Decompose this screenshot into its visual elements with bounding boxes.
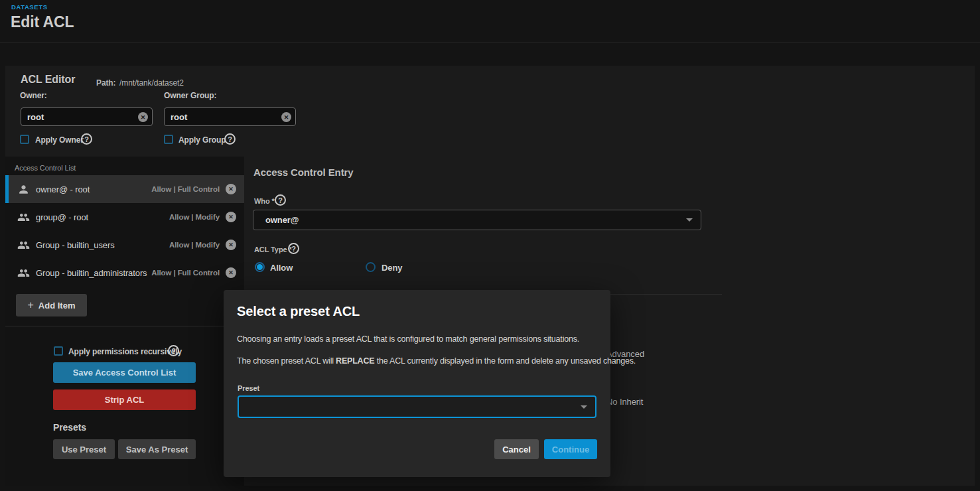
header-divider	[0, 42, 980, 43]
acl-type-help-icon[interactable]	[288, 243, 299, 254]
remove-entry-icon[interactable]	[226, 212, 236, 222]
recursive-checkbox[interactable]	[54, 346, 63, 356]
dialog-body-line2-prefix: The chosen preset ACL will	[237, 356, 336, 366]
recursive-help-icon[interactable]	[168, 345, 179, 356]
path-value: /mnt/tank/dataset2	[119, 78, 184, 88]
edit-acl-page: DATASETS Edit ACL ACL Editor Path: /mnt/…	[0, 0, 980, 491]
cancel-button[interactable]: Cancel	[494, 439, 539, 459]
flags-no-inherit-label: No Inherit	[606, 397, 643, 407]
owner-group-label: Owner Group:	[164, 91, 216, 100]
deny-radio[interactable]	[366, 262, 376, 272]
group-icon	[17, 239, 30, 251]
acl-row-who: owner@ - root	[36, 184, 151, 194]
owner-label: Owner:	[20, 91, 47, 100]
apply-owner-label: Apply Owner	[35, 135, 84, 145]
dialog-body-line2-bold: REPLACE	[336, 356, 374, 366]
group-icon	[17, 267, 30, 279]
acl-row-builtin-administrators[interactable]: Group - builtin_administrators Allow | F…	[5, 259, 244, 287]
allow-radio[interactable]	[255, 262, 265, 272]
chevron-down-icon	[581, 405, 587, 409]
panel-divider	[5, 326, 244, 326]
owner-input[interactable]	[21, 107, 153, 126]
owner-clear-icon[interactable]	[138, 112, 148, 122]
breadcrumb[interactable]: DATASETS	[11, 3, 48, 11]
apply-group-help-icon[interactable]	[224, 133, 236, 145]
preset-field-label: Preset	[238, 384, 259, 392]
person-icon	[17, 183, 30, 196]
acl-row-group[interactable]: group@ - root Allow | Modify	[5, 203, 244, 231]
preset-select[interactable]	[238, 395, 596, 418]
path-label: Path:	[96, 78, 116, 88]
chevron-down-icon	[686, 218, 693, 222]
acl-type-label: ACL Type *	[254, 246, 292, 253]
acl-row-builtin-users[interactable]: Group - builtin_users Allow | Modify	[5, 231, 244, 259]
dialog-body-line2: The chosen preset ACL will REPLACE the A…	[237, 356, 636, 366]
acl-row-perm: Allow | Modify	[169, 241, 220, 249]
owner-group-input[interactable]	[164, 107, 296, 126]
apply-owner-checkbox[interactable]	[20, 135, 29, 144]
remove-entry-icon[interactable]	[226, 184, 236, 194]
add-item-button[interactable]: Add Item	[16, 294, 87, 316]
ace-title: Access Control Entry	[253, 167, 354, 178]
save-acl-button[interactable]: Save Access Control List	[53, 362, 196, 383]
dialog-title: Select a preset ACL	[237, 304, 360, 319]
strip-acl-button[interactable]: Strip ACL	[53, 389, 196, 410]
apply-group-label: Apply Group	[178, 135, 226, 145]
dialog-body-line1: Choosing an entry loads a preset ACL tha…	[237, 334, 579, 344]
add-item-label: Add Item	[38, 301, 76, 311]
acl-editor-title: ACL Editor	[21, 74, 75, 86]
owner-group-clear-icon[interactable]	[281, 112, 291, 122]
acl-row-owner[interactable]: owner@ - root Allow | Full Control	[5, 175, 244, 203]
acl-row-perm: Allow | Full Control	[151, 269, 220, 277]
acl-row-who: Group - builtin_users	[36, 240, 169, 250]
acl-row-who: Group - builtin_administrators	[36, 268, 151, 278]
select-preset-acl-dialog: Select a preset ACL Choosing an entry lo…	[224, 290, 610, 477]
use-preset-button[interactable]: Use Preset	[53, 439, 115, 459]
acl-list-title: Access Control List	[15, 164, 76, 172]
page-title: Edit ACL	[11, 13, 74, 31]
apply-owner-help-icon[interactable]	[81, 133, 92, 145]
save-as-preset-button[interactable]: Save As Preset	[118, 439, 196, 459]
plus-icon	[28, 299, 34, 311]
apply-group-checkbox[interactable]	[164, 135, 173, 144]
acl-list-panel: Access Control List owner@ - root Allow …	[5, 157, 244, 486]
deny-radio-label: Deny	[382, 263, 402, 273]
remove-entry-icon[interactable]	[226, 267, 236, 278]
allow-radio-label: Allow	[270, 263, 293, 273]
presets-title: Presets	[53, 422, 86, 433]
who-label: Who *	[254, 197, 275, 205]
remove-entry-icon[interactable]	[226, 240, 236, 250]
group-icon	[17, 211, 30, 224]
acl-row-perm: Allow | Full Control	[151, 185, 220, 193]
continue-button[interactable]: Continue	[544, 439, 597, 459]
who-help-icon[interactable]	[275, 194, 286, 206]
who-select[interactable]: owner@	[253, 210, 701, 230]
who-select-value: owner@	[265, 215, 686, 225]
recursive-label: Apply permissions recursively	[68, 347, 182, 356]
acl-row-who: group@ - root	[36, 212, 169, 222]
acl-row-perm: Allow | Modify	[169, 213, 220, 221]
dialog-body-line2-suffix: the ACL currently displayed in the form …	[374, 356, 636, 366]
